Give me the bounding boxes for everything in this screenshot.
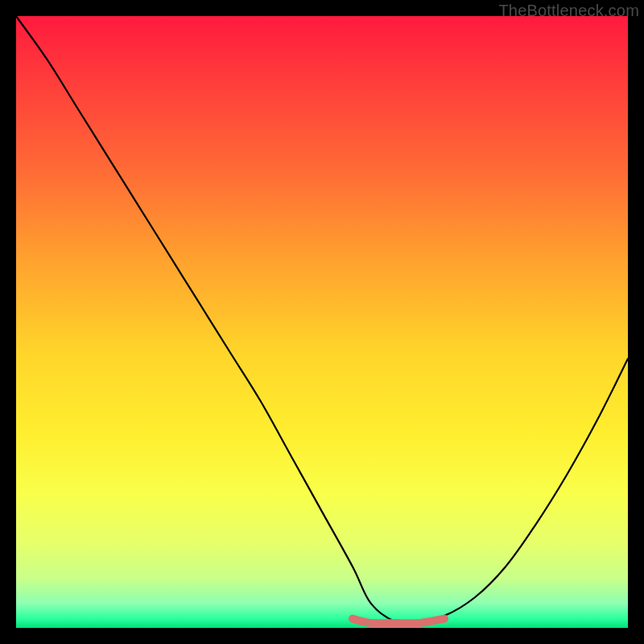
bottleneck-curve (16, 16, 628, 624)
marker-band (353, 619, 444, 624)
watermark-text: TheBottleneck.com (498, 2, 639, 20)
chart-svg (16, 16, 628, 628)
chart-plot-area (16, 16, 628, 628)
chart-frame: TheBottleneck.com (0, 0, 644, 644)
